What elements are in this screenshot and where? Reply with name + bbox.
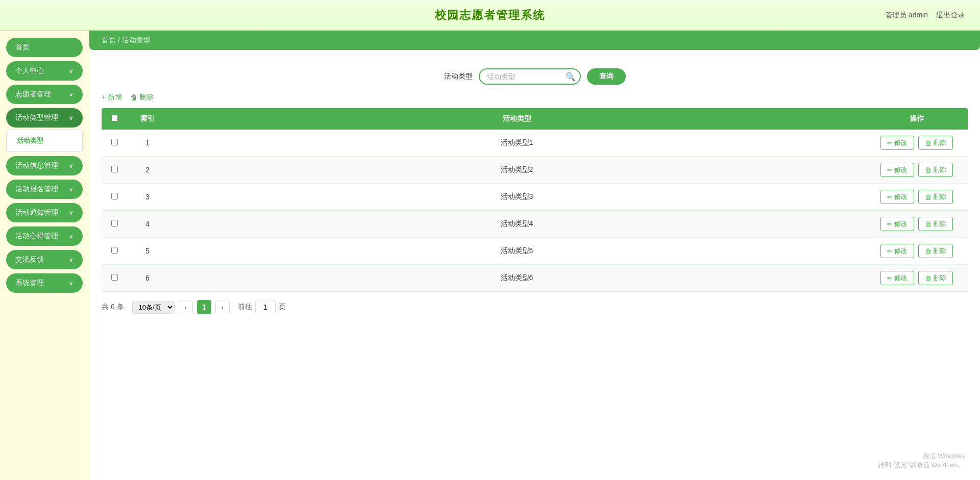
edit-button[interactable]: ✏ 修改 xyxy=(880,136,914,150)
select-all-checkbox[interactable] xyxy=(111,115,118,121)
edit-label: 修改 xyxy=(894,165,908,174)
chevron-down-icon: ∨ xyxy=(69,186,74,193)
edit-button[interactable]: ✏ 修改 xyxy=(880,163,914,177)
sidebar-item-personal[interactable]: 个人中心 ∨ xyxy=(6,61,83,81)
batch-delete-button[interactable]: 🗑 删除 xyxy=(130,93,154,102)
sidebar-item-activity-type[interactable]: 活动类型管理 ∨ xyxy=(6,108,83,128)
row-checkbox[interactable] xyxy=(111,166,118,172)
edit-button[interactable]: ✏ 修改 xyxy=(880,217,914,231)
edit-button[interactable]: ✏ 修改 xyxy=(880,271,914,285)
table-row: 6 活动类型6 ✏ 修改 🗑 删除 xyxy=(102,265,968,292)
trash-icon: 🗑 xyxy=(925,274,932,282)
user-label: 管理员 admin xyxy=(885,11,928,20)
activity-type-table: 索引 活动类型 操作 1 活动类型1 ✏ 修改 xyxy=(102,108,968,292)
row-checkbox[interactable] xyxy=(111,193,118,199)
batch-delete-label: 删除 xyxy=(139,93,154,102)
delete-label: 删除 xyxy=(933,165,946,174)
prev-page-btn[interactable]: ‹ xyxy=(179,300,193,314)
trash-icon: 🗑 xyxy=(130,93,137,102)
chevron-down-icon: ∨ xyxy=(69,256,74,263)
goto-label: 前往 xyxy=(238,302,252,312)
row-index: 1 xyxy=(127,130,168,157)
sidebar-item-label: 活动类型管理 xyxy=(15,113,58,122)
delete-label: 删除 xyxy=(933,138,946,147)
table-row: 3 活动类型3 ✏ 修改 🗑 删除 xyxy=(102,184,968,211)
sidebar-item-activity-notes[interactable]: 活动心得管理 ∨ xyxy=(6,226,83,246)
sidebar-item-feedback[interactable]: 交流反馈 ∨ xyxy=(6,250,83,269)
table-wrap: 索引 活动类型 操作 1 活动类型1 ✏ 修改 xyxy=(89,108,980,292)
sidebar-item-label: 交流反馈 xyxy=(15,255,44,264)
edit-icon: ✏ xyxy=(887,139,893,147)
delete-button[interactable]: 🗑 删除 xyxy=(918,163,953,177)
search-icon[interactable]: 🔍 xyxy=(566,72,576,82)
page-size-select[interactable]: 10条/页 20条/页 50条/页 xyxy=(132,301,175,314)
breadcrumb-home[interactable]: 首页 xyxy=(102,36,116,44)
header: 校园志愿者管理系统 管理员 admin 退出登录 xyxy=(0,0,980,31)
current-page: 1 xyxy=(197,300,211,314)
row-checkbox-cell xyxy=(102,130,127,157)
row-checkbox[interactable] xyxy=(111,274,118,281)
sidebar-item-system[interactable]: 系统管理 ∨ xyxy=(6,273,83,293)
trash-icon: 🗑 xyxy=(925,220,932,228)
sidebar-item-home[interactable]: 首页 xyxy=(6,38,83,57)
trash-icon: 🗑 xyxy=(925,193,932,201)
delete-label: 删除 xyxy=(933,273,946,283)
row-index: 4 xyxy=(127,211,168,238)
delete-button[interactable]: 🗑 删除 xyxy=(918,190,953,204)
col-activity-type: 活动类型 xyxy=(168,108,866,130)
breadcrumb-current: 活动类型 xyxy=(122,36,151,44)
row-actions: ✏ 修改 🗑 删除 xyxy=(866,130,968,157)
row-activity-type: 活动类型6 xyxy=(168,265,866,292)
goto-input[interactable] xyxy=(255,300,276,314)
row-checkbox[interactable] xyxy=(111,139,118,145)
edit-button[interactable]: ✏ 修改 xyxy=(880,244,914,258)
search-bar: 活动类型 🔍 查询 xyxy=(89,60,980,93)
table-row: 1 活动类型1 ✏ 修改 🗑 删除 xyxy=(102,130,968,157)
row-activity-type: 活动类型4 xyxy=(168,211,866,238)
row-activity-type: 活动类型1 xyxy=(168,130,866,157)
row-index: 2 xyxy=(127,157,168,184)
search-input-wrap: 🔍 xyxy=(479,68,581,85)
sidebar-item-volunteer[interactable]: 志愿者管理 ∨ xyxy=(6,85,83,104)
edit-icon: ✏ xyxy=(887,220,893,228)
edit-icon: ✏ xyxy=(887,166,893,174)
breadcrumb: 首页 / 活动类型 xyxy=(89,31,980,50)
sidebar-item-activity-notice[interactable]: 活动通知管理 ∨ xyxy=(6,203,83,222)
sidebar-item-label: 活动报名管理 xyxy=(15,185,58,194)
row-checkbox-cell xyxy=(102,211,127,238)
delete-button[interactable]: 🗑 删除 xyxy=(918,136,953,150)
sidebar-item-label: 个人中心 xyxy=(15,66,44,75)
row-actions: ✏ 修改 🗑 删除 xyxy=(866,157,968,184)
row-checkbox[interactable] xyxy=(111,247,118,254)
submenu-item-activity-type[interactable]: 活动类型 xyxy=(7,132,82,149)
delete-button[interactable]: 🗑 删除 xyxy=(918,271,953,285)
sidebar-item-activity-reg[interactable]: 活动报名管理 ∨ xyxy=(6,180,83,199)
chevron-down-icon: ∨ xyxy=(69,233,74,240)
sidebar-item-label: 首页 xyxy=(15,43,30,52)
total-label: 共 6 条 xyxy=(102,302,124,312)
row-checkbox-cell xyxy=(102,238,127,265)
edit-button[interactable]: ✏ 修改 xyxy=(880,190,914,204)
table-header-row: 索引 活动类型 操作 xyxy=(102,108,968,130)
next-page-btn[interactable]: › xyxy=(215,300,230,314)
delete-button[interactable]: 🗑 删除 xyxy=(918,217,953,231)
delete-button[interactable]: 🗑 删除 xyxy=(918,244,953,258)
row-actions: ✏ 修改 🗑 删除 xyxy=(866,211,968,238)
logout-btn[interactable]: 退出登录 xyxy=(936,11,965,20)
edit-icon: ✏ xyxy=(887,247,893,255)
delete-label: 删除 xyxy=(933,192,946,201)
query-button[interactable]: 查询 xyxy=(587,68,626,85)
row-activity-type: 活动类型3 xyxy=(168,184,866,211)
sidebar-submenu-activity-type: 活动类型 xyxy=(6,130,83,152)
pagination: 共 6 条 10条/页 20条/页 50条/页 ‹ 1 › 前往 页 xyxy=(89,292,980,314)
sidebar-item-label: 活动信息管理 xyxy=(15,161,58,170)
sidebar-item-activity-info[interactable]: 活动信息管理 ∨ xyxy=(6,156,83,175)
edit-label: 修改 xyxy=(894,138,908,147)
table-row: 5 活动类型5 ✏ 修改 🗑 删除 xyxy=(102,238,968,265)
row-activity-type: 活动类型2 xyxy=(168,157,866,184)
row-checkbox[interactable] xyxy=(111,220,118,226)
trash-icon: 🗑 xyxy=(925,166,932,174)
add-button[interactable]: + 新增 xyxy=(102,93,122,102)
col-actions: 操作 xyxy=(866,108,968,130)
row-checkbox-cell xyxy=(102,157,127,184)
